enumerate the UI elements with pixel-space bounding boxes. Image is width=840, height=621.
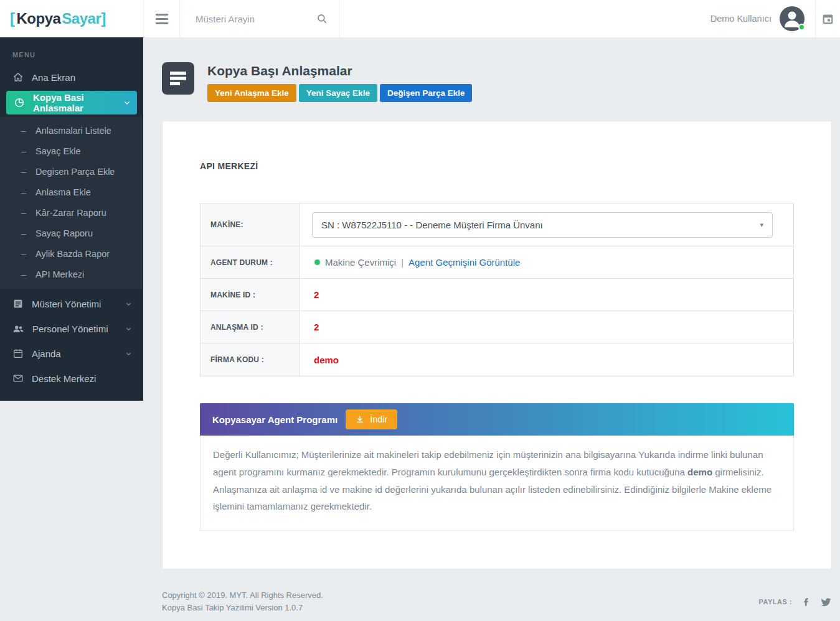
sidebar-item-personel-yonetimi[interactable]: Personel Yönetimi (0, 316, 143, 341)
machine-label: MAKİNE: (201, 203, 300, 246)
search-input[interactable] (196, 14, 308, 24)
submenu-item-kar-zarar-raporu[interactable]: –Kâr-Zarar Raporu (0, 202, 143, 223)
logo-primary: Kopya (15, 10, 62, 27)
home-icon (12, 72, 24, 83)
list-icon (169, 70, 187, 87)
info-text-highlight: demo (687, 467, 712, 477)
select-caret-icon: ▾ (760, 221, 763, 229)
agreement-id-cell: 2 (300, 311, 793, 343)
machine-value-cell: SN : W87522J5110 - - Deneme Müşteri Firm… (300, 203, 793, 246)
copyright-line: Copyright © 2019. MYT. All Rights Reserv… (162, 589, 323, 602)
footer: Copyright © 2019. MYT. All Rights Reserv… (162, 569, 832, 614)
hamburger-icon (156, 14, 168, 24)
submenu-item-degisen-parca-ekle[interactable]: –Degisen Parça Ekle (0, 161, 143, 182)
main-content: Kopya Başı Anlaşmalar Yeni Anlaşma Ekle … (143, 37, 840, 614)
machine-select-value: SN : W87522J5110 - - Deneme Müşteri Firm… (321, 220, 543, 230)
share-area: PAYLAS : (758, 597, 832, 607)
calendar-icon (12, 348, 24, 359)
yeni-anlasma-ekle-button[interactable]: Yeni Anlaşma Ekle (207, 84, 296, 102)
people-icon (12, 323, 24, 335)
agent-download-banner: Kopyasayar Agent Programı İndir (200, 403, 794, 436)
submenu-bullet: – (21, 167, 26, 177)
table-row-agreement-id: ANLAŞMA ID : 2 (201, 311, 793, 343)
status-separator: | (401, 257, 403, 268)
sidebar-toggle-button[interactable] (143, 0, 180, 37)
agent-status: Makine Çevrimiçi | Agent Geçmişini Görün… (300, 257, 520, 268)
avatar (780, 6, 805, 31)
degisen-parca-ekle-button[interactable]: Değişen Parça Ekle (380, 84, 473, 102)
sidebar-item-musteri-yonetimi[interactable]: Müsteri Yönetimi (0, 291, 143, 316)
submenu-bullet: – (21, 269, 26, 279)
submenu-item-sayac-raporu[interactable]: –Sayaç Raporu (0, 223, 143, 243)
twitter-icon[interactable] (820, 597, 832, 607)
sidebar: MENU Ana Ekran Kopya Basi Anlasmalar –An… (0, 37, 143, 401)
chevron-down-icon (125, 350, 132, 357)
calendar-icon (821, 12, 834, 26)
download-icon (356, 415, 364, 424)
pie-chart-icon (14, 97, 25, 108)
submenu-item-api-merkezi[interactable]: –API Merkezi (0, 264, 143, 284)
sidebar-item-label: Ana Ekran (32, 72, 75, 83)
sidebar-item-ana-ekran[interactable]: Ana Ekran (0, 65, 143, 90)
chevron-down-icon (123, 99, 131, 106)
customer-search (180, 0, 339, 37)
sidebar-item-kopya-basi-anlasmalar[interactable]: Kopya Basi Anlasmalar (6, 91, 137, 114)
search-icon[interactable] (316, 13, 328, 24)
machine-id-cell: 2 (300, 279, 793, 310)
info-text-part1: Değerli Kullanıcımız; Müşterilerinize ai… (213, 449, 763, 477)
page-header: Kopya Başı Anlaşmalar Yeni Anlaşma Ekle … (162, 62, 832, 102)
sidebar-submenu: –Anlasmalari Listele –Sayaç Ekle –Degise… (0, 117, 143, 289)
sidebar-item-label: Ajanda (32, 348, 61, 359)
sidebar-section-label: MENU (0, 37, 143, 65)
user-menu[interactable]: Demo Kullanıcı (710, 0, 815, 37)
online-dot-icon (314, 259, 320, 265)
submenu-item-label: Anlasmalari Listele (35, 126, 111, 136)
submenu-item-label: API Merkezi (35, 269, 84, 279)
machine-id-label: MAKİNE ID : (201, 279, 300, 310)
submenu-bullet: – (21, 228, 26, 238)
logo-open-bracket: [ (10, 10, 15, 27)
submenu-item-label: Anlasma Ekle (35, 187, 91, 197)
download-button[interactable]: İndir (346, 409, 397, 429)
api-center-table: MAKİNE: SN : W87522J5110 - - Deneme Müşt… (200, 203, 794, 376)
sidebar-item-ajanda[interactable]: Ajanda (0, 341, 143, 366)
logo-secondary: Sayar (62, 10, 101, 27)
submenu-item-label: Degisen Parça Ekle (35, 167, 115, 177)
submenu-item-anlasmalari-listele[interactable]: –Anlasmalari Listele (0, 120, 143, 141)
page-header-icon (162, 62, 194, 95)
brand-logo[interactable]: [KopyaSayar] (0, 0, 143, 37)
machine-select[interactable]: SN : W87522J5110 - - Deneme Müşteri Firm… (312, 212, 773, 238)
page-title: Kopya Başı Anlaşmalar (207, 63, 472, 78)
logo-close-bracket: ] (101, 10, 106, 27)
submenu-bullet: – (21, 249, 26, 259)
page-header-text: Kopya Başı Anlaşmalar Yeni Anlaşma Ekle … (207, 62, 472, 102)
agent-status-cell: Makine Çevrimiçi | Agent Geçmişini Görün… (300, 246, 793, 278)
submenu-item-aylik-bazda-rapor[interactable]: –Aylik Bazda Rapor (0, 243, 143, 264)
sidebar-item-label: Kopya Basi Anlasmalar (33, 92, 115, 113)
topbar-spacer (339, 0, 710, 37)
yeni-sayac-ekle-button[interactable]: Yeni Sayaç Ekle (299, 84, 377, 102)
submenu-item-label: Sayaç Ekle (35, 146, 81, 156)
online-status-dot (798, 24, 805, 30)
table-row-machine: MAKİNE: SN : W87522J5110 - - Deneme Müşt… (201, 203, 793, 246)
facebook-icon[interactable] (801, 597, 811, 607)
sidebar-item-destek-merkezi[interactable]: Destek Merkezi (0, 366, 143, 391)
page-header-buttons: Yeni Anlaşma Ekle Yeni Sayaç Ekle Değişe… (207, 84, 472, 102)
topbar: [KopyaSayar] Demo Kullanıcı (0, 0, 840, 37)
chevron-down-icon (125, 325, 132, 332)
agent-history-link[interactable]: Agent Geçmişini Görüntüle (408, 257, 520, 268)
share-label: PAYLAS : (758, 598, 792, 605)
firm-code-value: demo (300, 355, 339, 365)
submenu-item-label: Kâr-Zarar Raporu (35, 208, 106, 218)
firm-code-label: FİRMA KODU : (201, 343, 300, 376)
submenu-item-anlasma-ekle[interactable]: –Anlasma Ekle (0, 182, 143, 202)
machine-id-value: 2 (300, 289, 319, 300)
envelope-icon (12, 373, 24, 384)
calendar-toggle-button[interactable] (815, 0, 840, 37)
table-row-agent-status: AGENT DURUM : Makine Çevrimiçi | Agent G… (201, 246, 793, 279)
submenu-item-label: Sayaç Raporu (35, 228, 93, 238)
agent-status-text: Makine Çevrimiçi (325, 257, 396, 268)
agent-program-title: Kopyasayar Agent Programı (212, 414, 337, 425)
submenu-item-sayac-ekle[interactable]: –Sayaç Ekle (0, 141, 143, 161)
download-button-label: İndir (370, 414, 387, 424)
